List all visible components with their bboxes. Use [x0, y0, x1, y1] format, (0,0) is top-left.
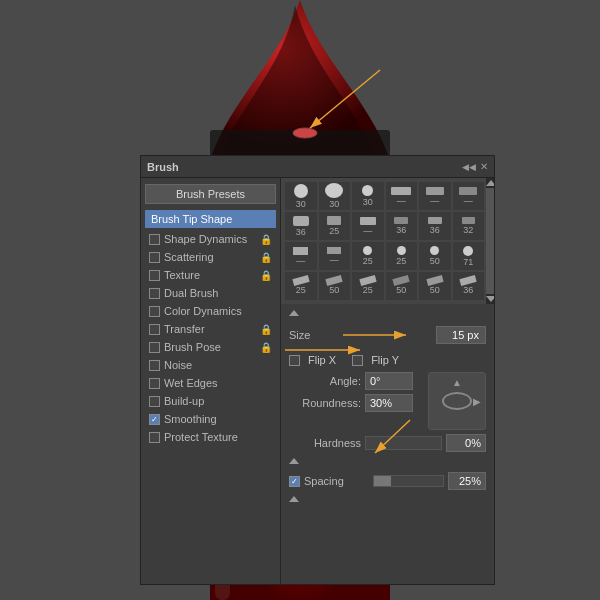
brush-cell[interactable]: —	[319, 242, 351, 270]
angle-arrow-right[interactable]: ▶	[473, 396, 481, 407]
brush-cell[interactable]: 50	[419, 272, 451, 300]
brush-cell[interactable]: 25	[285, 272, 317, 300]
brush-cell[interactable]: —	[352, 212, 384, 240]
roundness-input[interactable]	[365, 394, 413, 412]
scroll-down[interactable]	[486, 296, 494, 302]
brush-cell[interactable]: 25	[386, 242, 418, 270]
brush-pose-label: Brush Pose	[164, 341, 221, 353]
flip-y-checkbox[interactable]	[352, 355, 363, 366]
angle-widget[interactable]: ▶ ▲	[428, 372, 486, 430]
grid-scrollbar[interactable]	[486, 178, 494, 304]
brush-cell[interactable]: 36	[419, 212, 451, 240]
brush-cell[interactable]: —	[285, 242, 317, 270]
build-up-checkbox[interactable]	[149, 396, 160, 407]
spacing-bar[interactable]	[373, 475, 444, 487]
sidebar-item-dual-brush[interactable]: Dual Brush	[145, 284, 276, 302]
brush-pose-checkbox[interactable]	[149, 342, 160, 353]
panel-title: Brush	[147, 161, 179, 173]
color-dynamics-label: Color Dynamics	[164, 305, 242, 317]
shape-dynamics-checkbox[interactable]	[149, 234, 160, 245]
scroll-up[interactable]	[486, 180, 494, 186]
spacing-value[interactable]: 25%	[448, 472, 486, 490]
sidebar-item-scattering[interactable]: Scattering 🔒	[145, 248, 276, 266]
flip-x-checkbox[interactable]	[289, 355, 300, 366]
brush-cell[interactable]: —	[453, 182, 485, 210]
transfer-label: Transfer	[164, 323, 205, 335]
brush-cell[interactable]: 25	[352, 242, 384, 270]
sidebar-item-brush-tip-shape[interactable]: Brush Tip Shape	[145, 210, 276, 228]
color-dynamics-checkbox[interactable]	[149, 306, 160, 317]
hardness-bar[interactable]	[365, 436, 442, 450]
sidebar-item-transfer[interactable]: Transfer 🔒	[145, 320, 276, 338]
angle-roundness-fields: Angle: Roundness:	[289, 372, 422, 412]
brush-cell[interactable]: 25	[352, 272, 384, 300]
sidebar-item-wet-edges[interactable]: Wet Edges	[145, 374, 276, 392]
transfer-lock: 🔒	[260, 324, 272, 335]
brush-cell[interactable]: —	[419, 182, 451, 210]
brush-cell[interactable]: 25	[319, 212, 351, 240]
collapse-icon[interactable]: ◀◀	[462, 162, 476, 172]
brush-cell[interactable]: —	[386, 182, 418, 210]
brush-cell[interactable]: 32	[453, 212, 485, 240]
sidebar-item-build-up[interactable]: Build-up	[145, 392, 276, 410]
brush-cell[interactable]: 30	[319, 182, 351, 210]
smoothing-checkbox[interactable]: ✓	[149, 414, 160, 425]
sidebar-item-smoothing[interactable]: ✓ Smoothing	[145, 410, 276, 428]
bottom-triangle[interactable]	[289, 496, 299, 502]
transfer-checkbox[interactable]	[149, 324, 160, 335]
size-row: Size 15 px	[289, 322, 486, 348]
noise-checkbox[interactable]	[149, 360, 160, 371]
panel-body: Brush Presets Brush Tip Shape Shape Dyna…	[141, 178, 494, 584]
angle-label: Angle:	[289, 375, 361, 387]
angle-arrow-up[interactable]: ▲	[452, 377, 462, 388]
hardness-value[interactable]: 0%	[446, 434, 486, 452]
brush-cell[interactable]: 36	[453, 272, 485, 300]
dual-brush-checkbox[interactable]	[149, 288, 160, 299]
brush-grid-wrapper: 30 30 30 —	[281, 178, 494, 304]
panel-controls: ◀◀ ✕	[462, 161, 488, 172]
brush-cell[interactable]: 50	[386, 272, 418, 300]
sidebar: Brush Presets Brush Tip Shape Shape Dyna…	[141, 178, 281, 584]
scattering-lock: 🔒	[260, 252, 272, 263]
spacing-row: ✓ Spacing 25%	[289, 472, 486, 490]
protect-texture-checkbox[interactable]	[149, 432, 160, 443]
sidebar-item-texture[interactable]: Texture 🔒	[145, 266, 276, 284]
brush-cell[interactable]: 36	[285, 212, 317, 240]
brush-presets-button[interactable]: Brush Presets	[145, 184, 276, 204]
angle-row: Angle:	[289, 372, 422, 390]
sidebar-item-noise[interactable]: Noise	[145, 356, 276, 374]
size-value[interactable]: 15 px	[436, 326, 486, 344]
size-arrow-area	[325, 326, 430, 344]
protect-texture-label: Protect Texture	[164, 431, 238, 443]
scroll-thumb[interactable]	[486, 188, 494, 294]
sidebar-item-brush-pose[interactable]: Brush Pose 🔒	[145, 338, 276, 356]
spacing-label-area: ✓ Spacing	[289, 475, 369, 487]
scattering-checkbox[interactable]	[149, 252, 160, 263]
spacing-checkbox[interactable]: ✓	[289, 476, 300, 487]
brush-pose-lock: 🔒	[260, 342, 272, 353]
brush-cell[interactable]: 30	[285, 182, 317, 210]
spacing-triangle-area	[289, 456, 486, 466]
brush-cell[interactable]: 36	[386, 212, 418, 240]
settings-area: Size 15 px	[281, 304, 494, 584]
texture-lock: 🔒	[260, 270, 272, 281]
panel-titlebar: Brush ◀◀ ✕	[141, 156, 494, 178]
sidebar-item-protect-texture[interactable]: Protect Texture	[145, 428, 276, 446]
brush-cell[interactable]: 30	[352, 182, 384, 210]
sidebar-item-color-dynamics[interactable]: Color Dynamics	[145, 302, 276, 320]
scattering-label: Scattering	[164, 251, 214, 263]
noise-label: Noise	[164, 359, 192, 371]
texture-checkbox[interactable]	[149, 270, 160, 281]
brush-cell[interactable]: 71	[453, 242, 485, 270]
size-triangle[interactable]	[289, 310, 299, 316]
bottom-triangle-area	[289, 494, 486, 504]
brush-cell[interactable]: 50	[419, 242, 451, 270]
spacing-triangle[interactable]	[289, 458, 299, 464]
close-icon[interactable]: ✕	[480, 161, 488, 172]
wet-edges-checkbox[interactable]	[149, 378, 160, 389]
angle-input[interactable]	[365, 372, 413, 390]
sidebar-item-shape-dynamics[interactable]: Shape Dynamics 🔒	[145, 230, 276, 248]
flip-row: Flip X Flip Y	[289, 352, 486, 368]
size-section	[289, 308, 486, 318]
brush-cell[interactable]: 50	[319, 272, 351, 300]
